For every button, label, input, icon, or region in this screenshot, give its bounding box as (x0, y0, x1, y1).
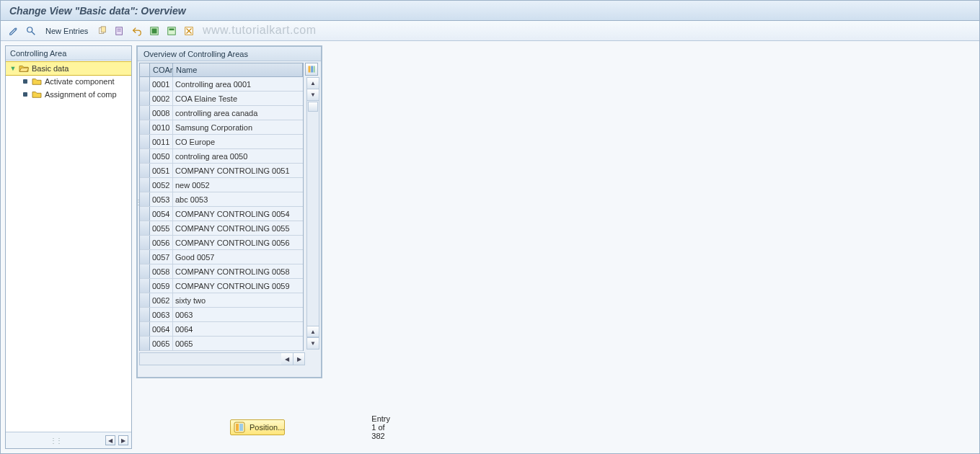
cell-name[interactable]: Controlling area 0001 (173, 77, 303, 91)
table-row[interactable]: 00630063 (140, 308, 303, 322)
row-selector[interactable] (140, 221, 150, 235)
row-selector[interactable] (140, 207, 150, 221)
cell-coar[interactable]: 0008 (150, 106, 173, 120)
row-selector[interactable] (140, 250, 150, 264)
cell-coar[interactable]: 0058 (150, 264, 173, 278)
cell-name[interactable]: Good 0057 (173, 250, 303, 264)
page-down-button[interactable]: ▲ (307, 326, 319, 337)
cell-coar[interactable]: 0051 (150, 164, 173, 177)
cell-coar[interactable]: 0065 (150, 337, 173, 350)
cell-name[interactable]: CO Europe (173, 135, 303, 148)
toggle-display-change-button[interactable] (6, 24, 21, 38)
cell-coar[interactable]: 0057 (150, 250, 173, 264)
row-selector[interactable] (140, 279, 150, 293)
horizontal-scrollbar[interactable]: ◀ ▶ (139, 352, 305, 365)
table-row[interactable]: 0050controling area 0050 (140, 149, 303, 164)
cell-name[interactable]: COMPANY CONTROLING 0058 (173, 264, 303, 278)
scroll-up-button[interactable]: ▲ (307, 78, 319, 89)
cell-name[interactable]: COMPANY CONTROLING 0059 (173, 279, 303, 293)
table-row[interactable]: 0055COMPANY CONTROLING 0055 (140, 221, 303, 236)
cell-coar[interactable]: 0050 (150, 149, 173, 163)
tree-item-assignment-of-company[interactable]: Assignment of comp (6, 88, 131, 101)
cell-coar[interactable]: 0002 (150, 92, 173, 105)
cell-coar[interactable]: 0011 (150, 135, 173, 148)
position-button[interactable]: Position... (230, 419, 285, 435)
column-header-name[interactable]: Name (173, 63, 303, 76)
drag-handle-icon[interactable] (9, 436, 102, 445)
cell-name[interactable]: sixty two (173, 293, 303, 307)
row-selector[interactable] (140, 192, 150, 206)
table-row[interactable]: 0051COMPANY CONTROLING 0051 (140, 164, 303, 178)
row-selector[interactable] (140, 149, 150, 163)
row-selector[interactable] (140, 164, 150, 177)
hscroll-right-button[interactable]: ▶ (293, 353, 304, 365)
cell-name[interactable]: 0064 (173, 322, 303, 336)
cell-name[interactable]: 0063 (173, 308, 303, 321)
row-selector[interactable] (140, 178, 150, 192)
hscroll-track[interactable] (140, 353, 281, 365)
select-block-button[interactable] (164, 24, 179, 38)
row-selector[interactable] (140, 135, 150, 148)
tree-item-activate-components[interactable]: Activate component (6, 75, 131, 88)
table-row[interactable]: 0011CO Europe (140, 135, 303, 149)
cell-name[interactable]: COMPANY CONTROLING 0055 (173, 221, 303, 235)
cell-name[interactable]: COA Elaine Teste (173, 92, 303, 105)
cell-coar[interactable]: 0054 (150, 207, 173, 221)
row-selector[interactable] (140, 236, 150, 249)
row-selector[interactable] (140, 308, 150, 321)
row-selector[interactable] (140, 92, 150, 105)
undo-change-button[interactable] (130, 24, 144, 38)
table-row[interactable]: 0002COA Elaine Teste (140, 92, 303, 106)
new-entries-button[interactable]: New Entries (41, 24, 92, 38)
table-row[interactable]: 0008controlling area canada (140, 106, 303, 120)
table-row[interactable]: 0052new 0052 (140, 178, 303, 192)
cell-coar[interactable]: 0059 (150, 279, 173, 293)
row-selector[interactable] (140, 337, 150, 350)
delete-button[interactable] (112, 24, 127, 38)
cell-name[interactable]: Samsung Corporation (173, 120, 303, 134)
table-row[interactable]: 0059COMPANY CONTROLING 0059 (140, 279, 303, 293)
cell-coar[interactable]: 0055 (150, 221, 173, 235)
table-settings-button[interactable] (305, 63, 318, 76)
table-row[interactable]: 00640064 (140, 322, 303, 337)
expand-icon[interactable]: ▼ (9, 65, 17, 72)
table-row[interactable]: 0057Good 0057 (140, 250, 303, 264)
cell-coar[interactable]: 0010 (150, 120, 173, 134)
table-row[interactable]: 0010Samsung Corporation (140, 120, 303, 135)
cell-name[interactable]: 0065 (173, 337, 303, 350)
row-selector[interactable] (140, 120, 150, 134)
cell-name[interactable]: new 0052 (173, 178, 303, 192)
scroll-down-button[interactable]: ▼ (307, 337, 319, 349)
cell-coar[interactable]: 0056 (150, 236, 173, 249)
row-selector[interactable] (140, 106, 150, 120)
select-all-rows-button[interactable] (140, 63, 150, 76)
cell-coar[interactable]: 0062 (150, 293, 173, 307)
cell-coar[interactable]: 0064 (150, 322, 173, 336)
table-row[interactable]: 0056COMPANY CONTROLING 0056 (140, 236, 303, 250)
table-row[interactable]: 0058COMPANY CONTROLING 0058 (140, 264, 303, 279)
tree-scroll-right-button[interactable]: ▶ (118, 435, 128, 445)
cell-coar[interactable]: 0052 (150, 178, 173, 192)
table-row[interactable]: 0062sixty two (140, 293, 303, 308)
deselect-all-button[interactable] (182, 24, 196, 38)
cell-name[interactable]: COMPANY CONTROLING 0056 (173, 236, 303, 249)
scroll-thumb[interactable] (308, 102, 318, 112)
cell-coar[interactable]: 0053 (150, 192, 173, 206)
scroll-track[interactable] (307, 112, 319, 326)
cell-name[interactable]: COMPANY CONTROLING 0051 (173, 164, 303, 177)
details-button[interactable] (24, 24, 38, 38)
cell-name[interactable]: abc 0053 (173, 192, 303, 206)
select-all-button[interactable] (147, 24, 162, 38)
cell-coar[interactable]: 0063 (150, 308, 173, 321)
hscroll-left-button[interactable]: ◀ (281, 353, 293, 365)
vertical-scrollbar[interactable]: ▲ ▼ ▲ ▼ (306, 77, 319, 350)
cell-coar[interactable]: 0001 (150, 77, 173, 91)
table-row[interactable]: 0054COMPANY CONTROLING 0054 (140, 207, 303, 221)
cell-name[interactable]: COMPANY CONTROLING 0054 (173, 207, 303, 221)
row-selector[interactable] (140, 264, 150, 278)
page-up-button[interactable]: ▼ (307, 89, 319, 101)
row-selector[interactable] (140, 293, 150, 307)
cell-name[interactable]: controling area 0050 (173, 149, 303, 163)
copy-as-button[interactable] (95, 24, 110, 38)
tree-scroll-left-button[interactable]: ◀ (105, 435, 115, 445)
